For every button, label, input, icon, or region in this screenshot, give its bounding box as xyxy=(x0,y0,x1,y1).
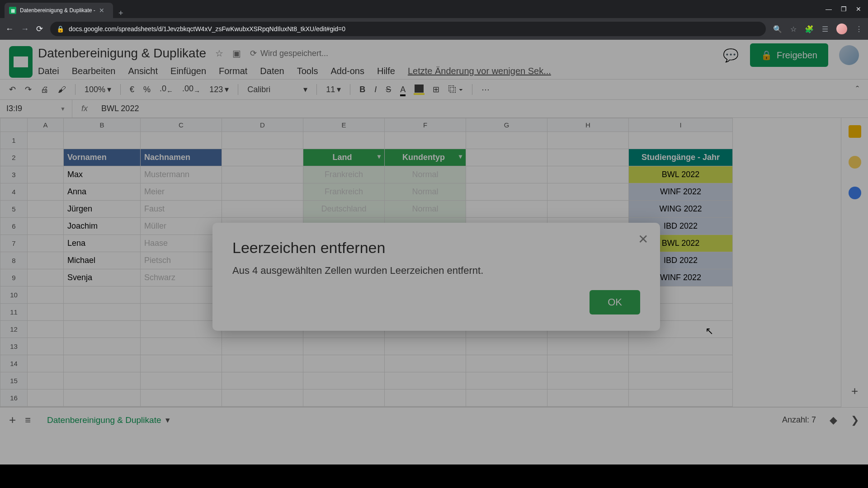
cell-D16[interactable] xyxy=(222,389,303,407)
cell-H16[interactable] xyxy=(547,389,629,407)
menu-icon[interactable]: ⋮ xyxy=(855,25,863,33)
font-size-select[interactable]: 11 ▾ xyxy=(326,84,341,94)
row-header-14[interactable]: 14 xyxy=(0,355,28,372)
strikethrough-button[interactable]: S xyxy=(386,85,391,94)
cell-C1[interactable] xyxy=(141,132,222,149)
cell-H14[interactable] xyxy=(547,355,629,372)
redo-icon[interactable]: ↷ xyxy=(25,84,32,94)
row-header-6[interactable]: 6 xyxy=(0,218,28,235)
zoom-select[interactable]: 100% ▾ xyxy=(85,84,111,94)
reading-list-icon[interactable]: ☰ xyxy=(822,25,828,33)
cell-I3[interactable]: BWL 2022 xyxy=(629,166,733,183)
all-sheets-icon[interactable]: ≡ xyxy=(25,414,31,426)
cell-C9[interactable]: Schwarz xyxy=(141,269,222,286)
cell-F1[interactable] xyxy=(385,132,466,149)
col-header-B[interactable]: B xyxy=(64,118,141,132)
cell-H4[interactable] xyxy=(547,183,629,201)
cell-F2[interactable]: Kundentyp▾ xyxy=(385,149,466,166)
row-header-16[interactable]: 16 xyxy=(0,389,28,407)
cell-G13[interactable] xyxy=(466,338,547,355)
menu-format[interactable]: Format xyxy=(219,66,247,76)
cell-E3[interactable]: Frankreich xyxy=(303,166,385,183)
cell-F14[interactable] xyxy=(385,355,466,372)
borders-button[interactable]: ⊞ xyxy=(433,84,439,94)
menu-ansicht[interactable]: Ansicht xyxy=(128,66,158,76)
cell-B16[interactable] xyxy=(64,389,141,407)
cell-A14[interactable] xyxy=(28,355,64,372)
cell-F4[interactable]: Normal xyxy=(385,183,466,201)
cell-D1[interactable] xyxy=(222,132,303,149)
cell-H5[interactable] xyxy=(547,201,629,218)
cell-C10[interactable] xyxy=(141,286,222,304)
cell-H1[interactable] xyxy=(547,132,629,149)
row-header-3[interactable]: 3 xyxy=(0,166,28,183)
cell-B6[interactable]: Joachim xyxy=(64,218,141,235)
cell-I14[interactable] xyxy=(629,355,733,372)
url-input[interactable]: 🔒 docs.google.com/spreadsheets/d/1Jevzbk… xyxy=(50,22,766,36)
collapse-toolbar-icon[interactable]: ˆ xyxy=(856,84,859,95)
cell-B5[interactable]: Jürgen xyxy=(64,201,141,218)
new-tab-button[interactable]: + xyxy=(113,9,129,18)
cell-H3[interactable] xyxy=(547,166,629,183)
increase-decimal-button[interactable]: .00→ xyxy=(182,84,200,95)
cell-C12[interactable] xyxy=(141,321,222,338)
merge-button[interactable]: ⿻ ▾ xyxy=(448,85,463,94)
cell-A3[interactable] xyxy=(28,166,64,183)
cell-I2[interactable]: Studiengänge - Jahr xyxy=(629,149,733,166)
menu-datei[interactable]: Datei xyxy=(38,66,59,76)
col-header-E[interactable]: E xyxy=(303,118,385,132)
cell-I5[interactable]: WING 2022 xyxy=(629,201,733,218)
cell-F5[interactable]: Normal xyxy=(385,201,466,218)
cell-C5[interactable]: Faust xyxy=(141,201,222,218)
row-header-4[interactable]: 4 xyxy=(0,183,28,201)
cell-C2[interactable]: Nachnamen xyxy=(141,149,222,166)
sheets-logo-icon[interactable] xyxy=(9,46,33,78)
cell-E4[interactable]: Frankreich xyxy=(303,183,385,201)
row-header-10[interactable]: 10 xyxy=(0,286,28,304)
fill-color-button[interactable] xyxy=(415,84,424,95)
paint-format-icon[interactable]: 🖌 xyxy=(58,85,66,94)
cell-E15[interactable] xyxy=(303,372,385,389)
cell-C6[interactable]: Müller xyxy=(141,218,222,235)
cell-B15[interactable] xyxy=(64,372,141,389)
row-header-7[interactable]: 7 xyxy=(0,235,28,252)
font-select[interactable]: Calibri ▾ xyxy=(247,84,307,94)
cell-D3[interactable] xyxy=(222,166,303,183)
print-icon[interactable]: 🖨 xyxy=(41,85,49,94)
star-icon[interactable]: ☆ xyxy=(790,25,797,33)
cell-I15[interactable] xyxy=(629,372,733,389)
cell-B8[interactable]: Michael xyxy=(64,252,141,269)
menu-add-ons[interactable]: Add-ons xyxy=(330,66,364,76)
cell-G4[interactable] xyxy=(466,183,547,201)
extensions-icon[interactable]: 🧩 xyxy=(805,25,814,33)
cell-A16[interactable] xyxy=(28,389,64,407)
menu-hilfe[interactable]: Hilfe xyxy=(377,66,395,76)
share-button[interactable]: 🔒 Freigeben xyxy=(750,43,828,67)
cell-A11[interactable] xyxy=(28,304,64,321)
minimize-icon[interactable]: — xyxy=(826,5,832,13)
cell-I1[interactable] xyxy=(629,132,733,149)
close-window-icon[interactable]: ✕ xyxy=(856,5,861,13)
cell-F13[interactable] xyxy=(385,338,466,355)
cell-D15[interactable] xyxy=(222,372,303,389)
cell-B9[interactable]: Svenja xyxy=(64,269,141,286)
row-header-9[interactable]: 9 xyxy=(0,269,28,286)
back-icon[interactable]: ← xyxy=(5,24,14,34)
row-header-12[interactable]: 12 xyxy=(0,321,28,338)
cell-B13[interactable] xyxy=(64,338,141,355)
browser-tab[interactable]: ▦ Datenbereinigung & Duplikate - ✕ xyxy=(5,3,113,18)
cell-A8[interactable] xyxy=(28,252,64,269)
col-header-H[interactable]: H xyxy=(547,118,629,132)
cell-A10[interactable] xyxy=(28,286,64,304)
undo-icon[interactable]: ↶ xyxy=(9,84,16,94)
tasks-icon[interactable] xyxy=(849,187,861,199)
cell-C4[interactable]: Meier xyxy=(141,183,222,201)
cell-G5[interactable] xyxy=(466,201,547,218)
decrease-decimal-button[interactable]: .0← xyxy=(160,84,173,95)
cell-A7[interactable] xyxy=(28,235,64,252)
calendar-icon[interactable] xyxy=(849,125,861,138)
cell-D14[interactable] xyxy=(222,355,303,372)
cell-C13[interactable] xyxy=(141,338,222,355)
col-header-I[interactable]: I xyxy=(629,118,733,132)
cell-E2[interactable]: Land▾ xyxy=(303,149,385,166)
